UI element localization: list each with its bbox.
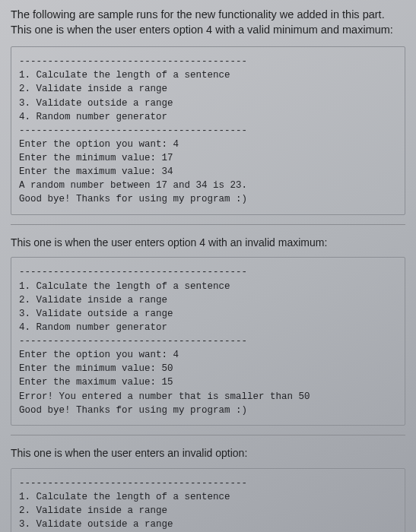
divider	[11, 224, 405, 225]
section2-intro: This one is when the user enters option …	[11, 236, 405, 250]
result-line: A random number between 17 and 34 is 23.	[19, 180, 247, 191]
menu-item: 2. Validate inside a range	[19, 505, 167, 516]
prompt-line: Enter the minimum value: 50	[19, 363, 173, 374]
dash-line: ----------------------------------------	[19, 336, 247, 347]
section3-intro: This one is when the user enters an inva…	[11, 446, 405, 461]
menu-item: 3. Validate outside a range	[19, 519, 173, 530]
menu-item: 2. Validate inside a range	[19, 84, 167, 94]
prompt-line: Enter the option you want: 4	[19, 350, 179, 360]
menu-item: 1. Calculate the length of a sentence	[19, 492, 230, 502]
menu-item: 3. Validate outside a range	[19, 98, 173, 109]
prompt-line: Enter the maximum value: 15	[19, 377, 173, 388]
dash-line: ----------------------------------------	[19, 125, 247, 136]
document-page: The following are sample runs for the ne…	[0, 0, 416, 532]
goodbye-line: Good bye! Thanks for using my program :)	[19, 405, 247, 416]
menu-item: 4. Random number generator	[19, 322, 167, 333]
error-line: Error! You entered a number that is smal…	[19, 391, 310, 402]
sample-run-2: ----------------------------------------…	[11, 257, 405, 425]
menu-item: 1. Calculate the length of a sentence	[19, 70, 230, 81]
dash-line: ----------------------------------------	[19, 56, 247, 67]
menu-item: 3. Validate outside a range	[19, 309, 173, 319]
menu-item: 4. Random number generator	[19, 112, 167, 122]
prompt-line: Enter the maximum value: 34	[19, 166, 173, 177]
section1-intro: The following are sample runs for the ne…	[11, 8, 405, 37]
dash-line: ----------------------------------------	[19, 267, 247, 277]
prompt-line: Enter the minimum value: 17	[19, 153, 173, 163]
menu-item: 2. Validate inside a range	[19, 295, 167, 306]
prompt-line: Enter the option you want: 4	[19, 139, 179, 150]
dash-line: ----------------------------------------	[19, 478, 247, 489]
sample-run-1: ----------------------------------------…	[11, 46, 405, 214]
divider	[11, 435, 405, 435]
sample-run-3: ----------------------------------------…	[11, 468, 405, 532]
menu-item: 1. Calculate the length of a sentence	[19, 281, 230, 292]
goodbye-line: Good bye! Thanks for using my program :)	[19, 194, 247, 204]
